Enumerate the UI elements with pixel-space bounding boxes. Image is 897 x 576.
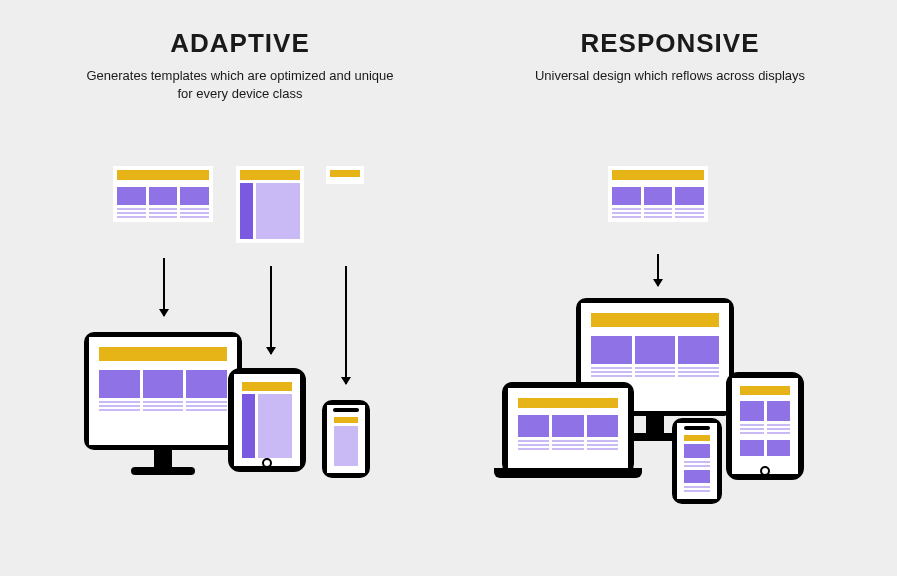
responsive-title: RESPONSIVE (490, 28, 850, 59)
tablet-icon (726, 372, 804, 480)
responsive-column: RESPONSIVE Universal design which reflow… (490, 28, 850, 85)
tablet-icon (228, 368, 306, 472)
laptop-icon (502, 382, 634, 474)
adaptive-column: ADAPTIVE Generates templates which are o… (60, 28, 420, 103)
arrow-icon (657, 254, 659, 286)
phone-icon (322, 400, 370, 478)
phone-icon (672, 418, 722, 504)
responsive-subtitle: Universal design which reflows across di… (490, 67, 850, 85)
adaptive-subtitle: Generates templates which are optimized … (60, 67, 420, 103)
adaptive-template-desktop (113, 166, 213, 222)
arrow-icon (163, 258, 165, 316)
responsive-template (608, 166, 708, 222)
adaptive-template-phone (326, 166, 364, 184)
adaptive-template-tablet (236, 166, 304, 243)
desktop-monitor-icon (84, 332, 242, 450)
arrow-icon (345, 266, 347, 384)
adaptive-title: ADAPTIVE (60, 28, 420, 59)
arrow-icon (270, 266, 272, 354)
